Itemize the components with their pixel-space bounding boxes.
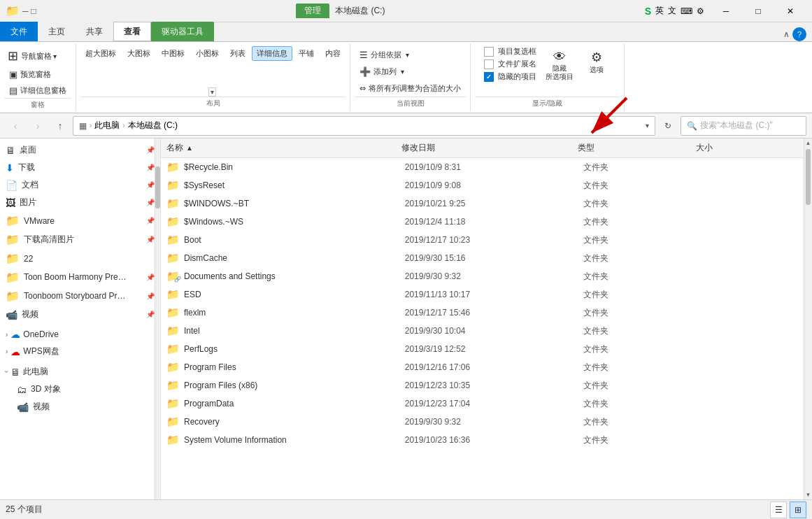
ribbon-help-icon[interactable]: ? [792, 27, 806, 41]
manage-tab[interactable]: 管理 [296, 3, 329, 18]
sidebar-item-download[interactable]: ⬇ 下载 📌 [0, 159, 160, 176]
view-toggle-detail[interactable]: ⊞ [790, 502, 806, 518]
checkbox-item-checkboxes[interactable]: 项目复选框 [484, 46, 536, 57]
address-breadcrumb-sep2: › [122, 122, 124, 129]
folder-icon-docs-settings: 📁🔗 [166, 270, 180, 283]
col-header-size[interactable]: 大小 [696, 142, 790, 154]
details-pane-button[interactable]: ▤详细信息窗格 [4, 83, 71, 98]
restore-icon[interactable]: □ [31, 6, 36, 16]
title-text: 本地磁盘 (C:) [335, 5, 385, 17]
checkbox-item-checkboxes-box[interactable] [484, 47, 494, 57]
layout-content[interactable]: 内容 [320, 46, 346, 61]
file-row-perflogs[interactable]: 📁 PerfLogs 2019/3/19 12:52 文件夹 [161, 340, 804, 358]
file-row-intel[interactable]: 📁 Intel 2019/9/30 10:04 文件夹 [161, 322, 804, 340]
hide-selected-button[interactable]: 👁 隐藏所选项目 [542, 46, 577, 85]
file-row-docs-settings[interactable]: 📁🔗 Documents and Settings 2019/9/30 9:32… [161, 267, 804, 285]
layout-list[interactable]: 列表 [225, 46, 250, 61]
sidebar-item-22-label: 22 [24, 254, 33, 264]
address-breadcrumb-2[interactable]: 此电脑 [94, 120, 120, 131]
layout-small[interactable]: 小图标 [191, 46, 224, 61]
layout-details[interactable]: 详细信息 [252, 46, 292, 61]
address-breadcrumb-1[interactable]: ▦ [79, 121, 87, 131]
checkbox-hidden-items[interactable]: ✓ 隐藏的项目 [484, 71, 536, 82]
tab-share[interactable]: 共享 [76, 22, 113, 41]
file-row-recycle[interactable]: 📁 $Recycle.Bin 2019/10/9 8:31 文件夹 [161, 158, 804, 176]
file-row-program-files-x86[interactable]: 📁 Program Files (x86) 2019/12/23 10:35 文… [161, 376, 804, 394]
sidebar-onedrive[interactable]: › ☁ OneDrive [0, 326, 160, 343]
file-row-esd[interactable]: 📁 ESD 2019/11/13 10:17 文件夹 [161, 285, 804, 304]
group-by-button[interactable]: ☰分组依据▾ [355, 48, 414, 62]
add-column-button[interactable]: ➕添加列▾ [355, 64, 409, 79]
maximize-button[interactable]: □ [742, 0, 774, 22]
sidebar-item-22[interactable]: 📁 22 [0, 249, 160, 268]
view-toggle-list[interactable]: ☰ [770, 502, 787, 518]
tab-view[interactable]: 查看 [113, 22, 151, 41]
file-row-programdata[interactable]: 📁 ProgramData 2019/12/23 17:04 文件夹 [161, 394, 804, 413]
file-row-windows-bt[interactable]: 📁 $WINDOWS.~BT 2019/10/21 9:25 文件夹 [161, 194, 804, 213]
sidebar-wps[interactable]: › ☁ WPS网盘 [0, 343, 160, 360]
refresh-button[interactable]: ↻ [658, 116, 678, 136]
address-breadcrumb-3[interactable]: 本地磁盘 (C:) [128, 120, 178, 131]
sidebar-scrollbar[interactable] [155, 138, 160, 499]
col-header-date[interactable]: 修改日期 [401, 142, 578, 154]
forward-button[interactable]: › [28, 116, 48, 136]
sidebar-item-videos2[interactable]: 📹 视频 [11, 398, 160, 415]
layout-large[interactable]: 大图标 [122, 46, 155, 61]
file-row-program-files[interactable]: 📁 Program Files 2019/12/16 17:06 文件夹 [161, 358, 804, 376]
file-row-sysreset[interactable]: 📁 $SysReset 2019/10/9 9:08 文件夹 [161, 176, 804, 194]
file-row-system-volume[interactable]: 📁 System Volume Information 2019/10/23 1… [161, 431, 804, 449]
address-bar[interactable]: ▦ › 此电脑 › 本地磁盘 (C:) ▾ [73, 116, 655, 136]
file-name-program-files-x86: 📁 Program Files (x86) [166, 379, 405, 392]
title-bar: 📁 ─ □ 管理 本地磁盘 (C:) S 英 文 ⌨ ⚙ ─ □ ✕ [0, 0, 812, 22]
col-header-type[interactable]: 类型 [578, 142, 695, 154]
options-button[interactable]: ⚙ 选项 [583, 46, 611, 78]
sidebar-item-documents[interactable]: 📄 文档 📌 [0, 176, 160, 194]
close-button[interactable]: ✕ [774, 0, 806, 22]
layout-medium[interactable]: 中图标 [157, 46, 190, 61]
file-row-recovery[interactable]: 📁 Recovery 2019/9/30 9:32 文件夹 [161, 413, 804, 431]
sidebar-item-vmware[interactable]: 📁 VMware 📌 [0, 211, 160, 230]
sidebar-item-hd-download[interactable]: 📁 下载高清图片 📌 [0, 230, 160, 249]
minimize-button[interactable]: ─ [710, 0, 742, 22]
layout-xlarge[interactable]: 超大图标 [80, 46, 121, 61]
preview-pane-button[interactable]: ▣预览窗格 [4, 67, 56, 82]
file-row-boot[interactable]: 📁 Boot 2019/12/17 10:23 文件夹 [161, 231, 804, 249]
address-dropdown-icon[interactable]: ▾ [646, 122, 649, 129]
3dobjects-icon: 🗂 [17, 384, 27, 395]
tab-home[interactable]: 主页 [38, 22, 76, 41]
search-bar[interactable]: 🔍 搜索"本地磁盘 (C:)" [681, 116, 806, 136]
sidebar-item-videos[interactable]: 📹 视频 📌 [0, 306, 160, 323]
up-button[interactable]: ↑ [50, 116, 70, 136]
pin-icon-pictures: 📌 [146, 199, 155, 206]
checkbox-file-extensions-box[interactable] [484, 59, 494, 69]
minimize-icon[interactable]: ─ [22, 6, 29, 16]
nav-pane-button[interactable]: ⊞ 导航窗格▾ [4, 46, 60, 66]
layout-tiles[interactable]: 平铺 [294, 46, 319, 61]
file-row-dismcache[interactable]: 📁 DismCache 2019/9/30 15:16 文件夹 [161, 249, 804, 267]
col-header-name[interactable]: 名称 ▲ [166, 142, 401, 154]
file-type-docs-settings: 文件夹 [583, 271, 702, 283]
back-button[interactable]: ‹ [6, 116, 25, 136]
sidebar-item-toon-boom[interactable]: 📁 Toon Boom Harmony Premium(动画... 📌 [0, 268, 160, 287]
file-row-windows-ws[interactable]: 📁 $Windows.~WS 2019/12/4 11:18 文件夹 [161, 213, 804, 231]
file-date-recovery: 2019/9/30 9:32 [405, 417, 584, 427]
tab-driver-tools[interactable]: 驱动器工具 [151, 22, 214, 41]
sidebar-item-toonboom-sb[interactable]: 📁 Toonboom Storyboard Pro 7(分镜故... 📌 [0, 287, 160, 306]
checkbox-hidden-items-box[interactable]: ✓ [484, 72, 494, 82]
sidebar-thispc-label: 此电脑 [23, 366, 48, 378]
file-row-flexlm[interactable]: 📁 flexlm 2019/12/17 15:46 文件夹 [161, 304, 804, 322]
folder-icon-intel: 📁 [166, 325, 180, 337]
ribbon-collapse-icon[interactable]: ∧ [783, 29, 790, 39]
fit-columns-button[interactable]: ⇔将所有列调整为合适的大小 [355, 81, 466, 96]
file-area-scrollbar[interactable]: ▲ ▼ [804, 138, 812, 499]
sidebar-item-pictures[interactable]: 🖼 图片 📌 [0, 194, 160, 211]
sidebar-item-3dobjects[interactable]: 🗂 3D 对象 [11, 381, 160, 398]
file-type-sysreset: 文件夹 [583, 180, 702, 192]
layout-expand-icon[interactable]: ▾ [208, 87, 216, 97]
checkbox-file-extensions[interactable]: 文件扩展名 [484, 59, 536, 69]
tab-file[interactable]: 文件 [0, 22, 38, 41]
download-icon: ⬇ [6, 162, 14, 173]
folder-icon-windows-bt: 📁 [166, 197, 180, 210]
sidebar-item-desktop[interactable]: 🖥 桌面 📌 [0, 141, 160, 159]
sidebar-thispc[interactable]: › 🖥 此电脑 [0, 363, 160, 381]
